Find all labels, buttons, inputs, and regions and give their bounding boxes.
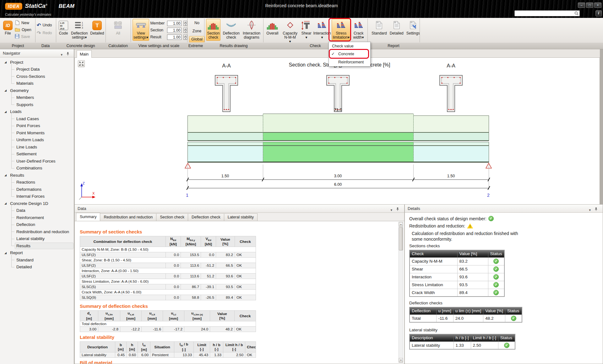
navigator-item[interactable]: ◢ Settlement bbox=[0, 151, 73, 158]
extreme-zone-button[interactable]: Zone bbox=[189, 28, 205, 35]
details-pin-icon[interactable] bbox=[595, 206, 598, 214]
navigator-pin-icon[interactable] bbox=[66, 51, 69, 59]
navigator-item[interactable]: ◢ Project bbox=[0, 59, 73, 66]
tree-expander-icon[interactable]: ◢ bbox=[4, 61, 7, 64]
navigator-item[interactable]: ◢ Materials bbox=[0, 80, 73, 87]
navigator-item[interactable]: ◢ Deflection bbox=[0, 221, 73, 228]
data-tab[interactable]: Redistribution and reduction bbox=[100, 213, 156, 221]
navigator-item[interactable]: ◢ Geometry bbox=[0, 87, 73, 94]
tree-expander-icon[interactable]: ◢ bbox=[4, 89, 7, 92]
main-canvas[interactable]: Section check. Stress limitation. Concre… bbox=[74, 58, 600, 204]
report-detailed-button[interactable]: Detailed bbox=[389, 19, 405, 37]
overall-button[interactable]: Overall bbox=[265, 19, 280, 37]
search-input[interactable] bbox=[516, 11, 573, 16]
interaction-button[interactable]: Interaction▾ bbox=[313, 19, 331, 41]
navigator-item[interactable]: ◢ Concrete Design 1D bbox=[0, 200, 73, 207]
navigator-item[interactable]: ◢ Reinforcement bbox=[0, 214, 73, 221]
navigator-item[interactable]: ◢ Detailed bbox=[0, 264, 73, 271]
navigator-item[interactable]: ◢ User-Defined Forces bbox=[0, 158, 73, 165]
save-button[interactable]: Save bbox=[15, 33, 31, 40]
details-collapse-icon[interactable]: ▾ bbox=[589, 206, 591, 214]
navigator-item[interactable]: ◢ Deformations bbox=[0, 186, 73, 193]
navigator-item[interactable]: ◢ Lateral stability bbox=[0, 235, 73, 243]
navigator-item[interactable]: ◢ Uniform Loads bbox=[0, 136, 73, 144]
extreme-global-button[interactable]: Global bbox=[189, 36, 205, 43]
navigator-item[interactable]: ◢ Members bbox=[0, 94, 73, 101]
menu-item-check-value[interactable]: Check value bbox=[329, 42, 370, 50]
undo-button[interactable]: ↶ Undo bbox=[37, 22, 52, 29]
report-settings-icon bbox=[409, 21, 417, 30]
scrollbar-thumb[interactable] bbox=[399, 227, 403, 250]
report-standard-button[interactable]: Standard bbox=[371, 19, 388, 37]
member-scale-input[interactable]: 1.00 bbox=[167, 21, 182, 26]
navigator-item[interactable]: ◢ Loads bbox=[0, 108, 73, 115]
navigator-item[interactable]: ◢ Combinations bbox=[0, 165, 73, 172]
navigator-item[interactable]: ◢ Results bbox=[0, 242, 73, 249]
view-settings-button[interactable]: View settings▾ bbox=[133, 19, 149, 41]
ribbon-group-concrete-design: 1.159025.8 Code 123 Deflection settings▾… bbox=[57, 18, 106, 42]
navigator-item[interactable]: ◢ Reactions bbox=[0, 179, 73, 186]
tree-expander-icon[interactable]: ◢ bbox=[4, 251, 7, 254]
scroll-up-button[interactable]: ▲ bbox=[399, 222, 403, 227]
section-scale-stepper[interactable]: ▲▼ bbox=[183, 28, 187, 33]
capacity-nmm-button[interactable]: Capacity N-M-M▾ bbox=[281, 19, 300, 45]
deflection-check-button[interactable]: Deflection check bbox=[221, 19, 241, 41]
interaction-diagrams-button[interactable]: Interaction diagrams bbox=[242, 19, 261, 41]
tree-expander-icon[interactable]: ◢ bbox=[4, 202, 7, 205]
crack-width-button[interactable]: Crack width▾ bbox=[351, 19, 366, 41]
tab-main[interactable]: Main bbox=[77, 50, 92, 58]
close-button[interactable]: × bbox=[594, 3, 601, 8]
code-button[interactable]: 1.159025.8 Code bbox=[58, 19, 69, 37]
minimize-button[interactable]: – bbox=[578, 3, 585, 8]
member-scale-stepper[interactable]: ▲▼ bbox=[183, 21, 187, 26]
data-tab[interactable]: Lateral stability bbox=[224, 213, 258, 221]
search-icon[interactable] bbox=[574, 11, 579, 17]
section-check-button[interactable]: Section check bbox=[206, 19, 220, 41]
data-scrollbar[interactable]: ▲ ▼ bbox=[399, 222, 403, 363]
result-scale-stepper[interactable]: ▲▼ bbox=[183, 35, 187, 40]
section-scale-input[interactable]: 1.00 bbox=[167, 28, 182, 33]
section-checks-table: Combination for deflection check NEd[kN]… bbox=[80, 236, 256, 300]
navigator-item[interactable]: ◢ Load Cases bbox=[0, 115, 73, 122]
tree-expander-icon[interactable]: ◢ bbox=[4, 110, 7, 113]
navigator-item[interactable]: ◢ Report bbox=[0, 249, 73, 257]
data-tab[interactable]: Deflection check bbox=[188, 213, 224, 221]
result-scale-input[interactable]: 1.00 bbox=[167, 35, 182, 40]
data-tab[interactable]: Summary bbox=[76, 213, 100, 221]
extreme-no-button[interactable]: No bbox=[189, 20, 205, 26]
data-tab[interactable]: Section check bbox=[156, 213, 188, 221]
navigator-item[interactable]: ◢ Line Loads bbox=[0, 143, 73, 151]
navigator-item[interactable]: ◢ Point Forces bbox=[0, 122, 73, 130]
navigator-collapse-icon[interactable]: ▾ bbox=[61, 51, 62, 59]
navigator-item[interactable]: ◢ Redistribution and reduction bbox=[0, 228, 73, 235]
navigator-item[interactable]: ◢ Project Data bbox=[0, 66, 73, 73]
tree-expander-icon[interactable]: ◢ bbox=[4, 174, 7, 177]
maximize-button[interactable]: □ bbox=[586, 3, 593, 8]
stress-limitation-button[interactable]: Stress limitation▾ bbox=[332, 19, 350, 41]
navigator-item[interactable]: ◢ Cross-Sections bbox=[0, 73, 73, 80]
menu-item-reinforcement[interactable]: Reinforcement bbox=[329, 58, 370, 66]
navigator-item[interactable]: ◢ Supports bbox=[0, 101, 73, 108]
new-button[interactable]: New bbox=[15, 19, 31, 26]
file-button[interactable]: ID File bbox=[2, 19, 14, 37]
cross-section-drawing-right bbox=[439, 75, 463, 112]
info-button[interactable]: i bbox=[595, 10, 602, 16]
navigator-item[interactable]: ◢ Internal Forces bbox=[0, 193, 73, 200]
fit-view-button[interactable] bbox=[78, 60, 85, 67]
navigator-item[interactable]: ◢ Standard bbox=[0, 256, 73, 264]
redo-button[interactable]: ↷ Redo bbox=[37, 29, 52, 36]
navigator-item[interactable]: ◢ Results bbox=[0, 172, 73, 179]
navigator-item[interactable]: ◢ Point Moments bbox=[0, 129, 73, 136]
lateral-stability-table: Description b[m] h[m] l0t[m] Situation l… bbox=[80, 341, 256, 358]
navigator-item[interactable]: ◢ Data bbox=[0, 207, 73, 214]
open-button[interactable]: Open bbox=[15, 26, 31, 33]
detailed-button[interactable]: T Detailed bbox=[90, 19, 105, 37]
shear-button[interactable]: Shear▾ bbox=[300, 19, 312, 41]
menu-item-concrete[interactable]: ✓ Concrete bbox=[329, 50, 370, 58]
deflection-settings-button[interactable]: 123 Deflection settings▾ bbox=[70, 19, 89, 41]
all-button[interactable]: +− All bbox=[112, 19, 124, 37]
scroll-down-button[interactable]: ▼ bbox=[399, 358, 403, 362]
undo-icon: ↶ bbox=[37, 22, 41, 28]
search-box[interactable] bbox=[514, 10, 580, 16]
report-settings-button[interactable]: Settings bbox=[405, 19, 421, 37]
